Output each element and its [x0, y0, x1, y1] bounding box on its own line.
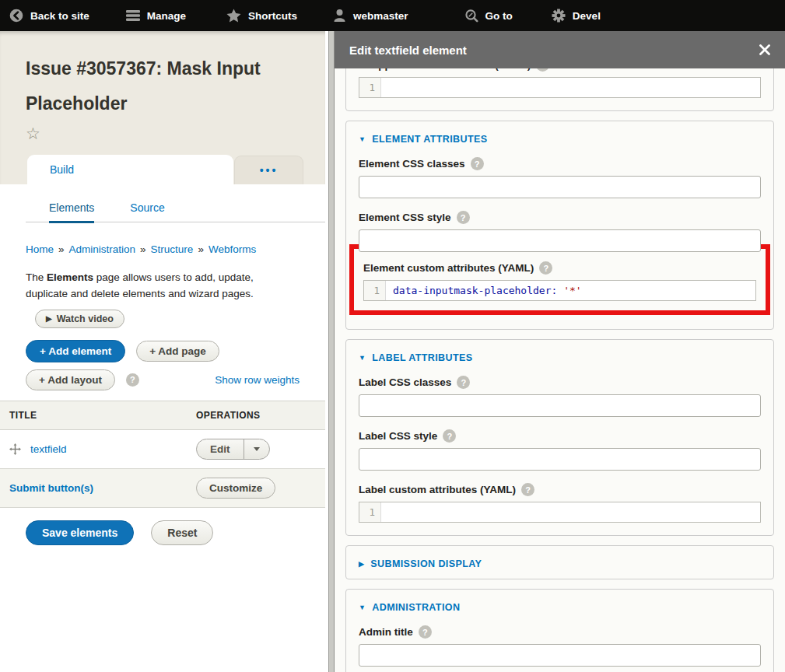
tab-elements[interactable]: Elements: [49, 201, 94, 223]
toolbar-back-to-site[interactable]: Back to site: [9, 9, 89, 23]
wrapper-custom-attributes-editor[interactable]: 1: [359, 77, 761, 98]
star-flag-icon[interactable]: ☆: [26, 124, 44, 143]
legend-label: ELEMENT ATTRIBUTES: [372, 134, 487, 145]
menu-icon: [126, 9, 140, 22]
description-bold: Elements: [47, 271, 93, 283]
primary-tabs: Build •••: [0, 155, 325, 184]
edit-button[interactable]: Edit: [197, 439, 244, 459]
section-administration: ▼ ADMINISTRATION Admin title ? Private ?: [345, 589, 774, 672]
add-element-button[interactable]: + Add element: [26, 340, 125, 362]
customize-button[interactable]: Customize: [196, 478, 275, 499]
page-description: The Elements page allows users to add, u…: [26, 270, 298, 303]
save-elements-button[interactable]: Save elements: [26, 520, 134, 545]
toolbar-devel[interactable]: Devel: [552, 9, 601, 23]
admin-title-label: Admin title: [359, 626, 413, 638]
help-icon[interactable]: ?: [419, 625, 432, 639]
toolbar-label: Go to: [485, 10, 513, 22]
breadcrumb-structure[interactable]: Structure: [151, 243, 194, 255]
toolbar-go-to[interactable]: Go to: [464, 9, 513, 23]
field-label: Element CSS classes ?: [359, 157, 761, 170]
dialog-title: Edit textfield element: [349, 44, 467, 57]
tab-build[interactable]: Build: [27, 155, 233, 184]
label-css-style-label: Label CSS style: [359, 430, 437, 442]
help-icon[interactable]: ?: [126, 373, 139, 387]
field-label: Element CSS style ?: [359, 211, 761, 224]
code-line: [381, 78, 395, 97]
label-css-classes-label: Label CSS classes: [359, 376, 451, 388]
chevron-expanded-icon: ▼: [359, 604, 366, 611]
gear-icon: [552, 9, 566, 23]
section-label-attributes: ▼ LABEL ATTRIBUTES Label CSS classes ? L…: [345, 339, 774, 536]
chevron-collapsed-icon: ▶: [359, 560, 364, 568]
element-custom-attributes-editor[interactable]: 1 data-inputmask-placeholder: '*': [363, 280, 756, 301]
element-css-classes-input[interactable]: [359, 176, 761, 198]
field-label: Label CSS classes ?: [359, 376, 761, 389]
field-label: Wrapper custom attributes (YAML) ?: [359, 68, 761, 72]
help-icon[interactable]: ?: [536, 68, 549, 72]
element-css-style-input[interactable]: [359, 229, 761, 252]
admin-toolbar: Back to site Manage Shortcuts webmaster …: [0, 0, 785, 31]
help-icon[interactable]: ?: [471, 157, 484, 170]
yaml-key: data-inputmask-placeholder:: [393, 285, 557, 296]
back-circle-icon: [9, 9, 23, 23]
breadcrumb-separator: »: [58, 243, 65, 255]
section-element-attributes: ▼ ELEMENT ATTRIBUTES Element CSS classes…: [345, 121, 774, 330]
help-icon[interactable]: ?: [457, 376, 470, 389]
label-custom-attributes-label: Label custom attributes (YAML): [359, 484, 516, 495]
field-label: Label CSS style ?: [359, 429, 761, 443]
legend-label: ADMINISTRATION: [372, 602, 460, 613]
label-css-classes-input[interactable]: [359, 394, 761, 417]
reset-button[interactable]: Reset: [151, 520, 213, 545]
help-icon[interactable]: ?: [521, 483, 534, 496]
add-layout-button[interactable]: + Add layout: [26, 369, 115, 390]
description-text: The: [26, 271, 47, 283]
section-submission-display: ▶ SUBMISSION DISPLAY: [345, 545, 774, 579]
label-attributes-legend[interactable]: ▼ LABEL ATTRIBUTES: [359, 352, 761, 363]
edit-dropdown-toggle[interactable]: [244, 439, 269, 459]
element-link-textfield[interactable]: textfield: [30, 443, 67, 455]
close-icon[interactable]: [759, 44, 770, 55]
admin-title-input[interactable]: [359, 644, 761, 667]
chevron-expanded-icon: ▼: [359, 135, 366, 143]
help-icon[interactable]: ?: [539, 261, 552, 275]
toolbar-label: Manage: [147, 10, 186, 22]
field-label: Admin title ?: [359, 625, 761, 639]
submit-buttons-link[interactable]: Submit button(s): [9, 482, 93, 494]
elements-table: TITLE OPERATIONS textfield: [0, 401, 325, 508]
star-icon: [226, 9, 241, 23]
column-header-title: TITLE: [0, 401, 187, 429]
highlight-annotation: Element custom attributes (YAML) ? 1 dat…: [349, 244, 770, 315]
wrapper-custom-attributes-label: Wrapper custom attributes (YAML): [359, 68, 531, 71]
field-label: Element custom attributes (YAML) ?: [363, 261, 756, 275]
administration-legend[interactable]: ▼ ADMINISTRATION: [359, 602, 761, 613]
breadcrumb-separator: »: [198, 243, 204, 255]
breadcrumb-separator: »: [140, 243, 146, 255]
breadcrumb: Home»Administration»Structure»Webforms: [26, 243, 300, 255]
breadcrumb-administration[interactable]: Administration: [69, 243, 136, 255]
label-css-style-input[interactable]: [359, 448, 761, 471]
toolbar-shortcuts[interactable]: Shortcuts: [226, 9, 297, 23]
element-attributes-legend[interactable]: ▼ ELEMENT ATTRIBUTES: [359, 134, 761, 145]
table-row: Submit button(s) Customize: [0, 468, 325, 507]
toolbar-label: Shortcuts: [248, 10, 297, 22]
help-icon[interactable]: ?: [457, 211, 470, 224]
scrollbar-track[interactable]: [328, 31, 334, 672]
edit-split-button[interactable]: Edit: [196, 439, 270, 460]
tab-source[interactable]: Source: [130, 201, 164, 222]
help-icon[interactable]: ?: [443, 429, 456, 443]
label-custom-attributes-editor[interactable]: 1: [359, 502, 761, 523]
add-page-button[interactable]: + Add page: [136, 341, 219, 362]
watch-video-button[interactable]: ▶Watch video: [35, 310, 124, 328]
breadcrumb-home[interactable]: Home: [26, 243, 54, 255]
line-number: 1: [359, 502, 381, 522]
toolbar-manage[interactable]: Manage: [126, 9, 186, 22]
show-row-weights-link[interactable]: Show row weights: [215, 374, 300, 386]
toolbar-user[interactable]: webmaster: [333, 9, 408, 23]
submission-display-legend[interactable]: ▶ SUBMISSION DISPLAY: [359, 558, 761, 569]
breadcrumb-webforms[interactable]: Webforms: [209, 243, 256, 255]
secondary-tabs: Elements Source: [26, 201, 325, 222]
section-wrapper-attributes: Wrapper custom attributes (YAML) ? 1: [345, 68, 774, 111]
table-row: textfield Edit: [0, 429, 325, 468]
tab-more[interactable]: •••: [234, 156, 303, 184]
drag-handle-icon[interactable]: [9, 443, 21, 455]
